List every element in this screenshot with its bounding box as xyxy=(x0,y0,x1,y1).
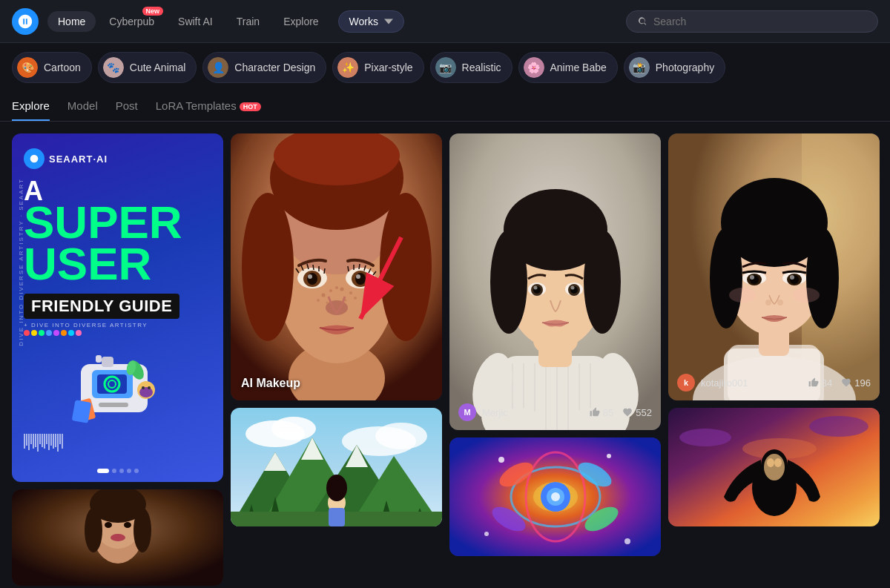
cat-thumb-cartoon: 🎨 xyxy=(17,57,38,78)
svg-point-25 xyxy=(111,534,125,541)
tabs-row: ExploreModelPostLoRA TemplatesHOT xyxy=(0,92,890,122)
guide-card[interactable]: SEAART·AI DIVE INTO DIVERSE ARTISTRY · S… xyxy=(12,133,223,482)
category-chip-anime-babe[interactable]: 🌸 Anime Babe xyxy=(518,52,618,83)
portrait-brown-card[interactable] xyxy=(12,489,223,586)
svg-point-114 xyxy=(498,457,504,463)
svg-point-41 xyxy=(356,274,360,279)
tab-post[interactable]: Post xyxy=(116,92,138,121)
svg-point-47 xyxy=(317,299,320,302)
pager-dot[interactable] xyxy=(112,469,116,473)
barcode-line xyxy=(37,434,39,452)
barcode-line xyxy=(50,434,52,446)
tab-lora[interactable]: LoRA TemplatesHOT xyxy=(156,92,261,121)
category-chip-photography[interactable]: 📸 Photography xyxy=(624,52,725,83)
guide-dot xyxy=(53,330,59,336)
cat-thumb-pixar-style: ✨ xyxy=(337,57,358,78)
barcode-line xyxy=(24,434,25,449)
category-chip-realistic[interactable]: 📷 Realistic xyxy=(430,52,512,83)
category-chip-cute-animal[interactable]: 🐾 Cute Animal xyxy=(98,52,197,83)
cat-label-cartoon: Cartoon xyxy=(44,62,81,73)
logo-icon[interactable] xyxy=(12,8,39,35)
thumbs-up-icon xyxy=(590,407,600,417)
tab-model[interactable]: Model xyxy=(67,92,98,121)
asian-card-info: k kotajiro001 34 196 xyxy=(677,374,871,392)
svg-point-36 xyxy=(307,273,317,285)
asian-portrait-card[interactable]: k kotajiro001 34 196 xyxy=(668,133,880,400)
col-2: AI Makeup xyxy=(231,133,442,586)
pager-dot[interactable] xyxy=(127,469,131,473)
barcode-line xyxy=(42,434,43,447)
svg-point-0 xyxy=(30,155,39,163)
sweater-avatar: M xyxy=(458,403,476,421)
ai-makeup-card[interactable]: AI Makeup xyxy=(231,133,442,400)
barcode-line xyxy=(26,434,27,446)
guide-dot xyxy=(31,330,37,336)
svg-point-51 xyxy=(335,286,338,289)
cat-thumb-anime-babe: 🌸 xyxy=(524,57,544,78)
svg-point-113 xyxy=(551,492,560,501)
sunset-portrait-card[interactable] xyxy=(668,408,880,526)
pager-dot[interactable] xyxy=(97,469,109,473)
home-nav-btn[interactable]: Home xyxy=(47,11,96,32)
svg-point-127 xyxy=(806,228,839,328)
svg-rect-73 xyxy=(329,508,345,526)
swift-ai-nav-btn[interactable]: Swift AI xyxy=(168,11,223,32)
sweater-card-info: M Merjic 85 552 xyxy=(458,403,652,421)
search-input[interactable] xyxy=(653,16,867,27)
svg-point-91 xyxy=(584,230,621,334)
barcode-line xyxy=(48,434,50,450)
sweater-stats: 85 552 xyxy=(590,407,652,418)
svg-point-24 xyxy=(124,522,131,528)
svg-point-90 xyxy=(490,230,527,334)
category-chip-cartoon[interactable]: 🎨 Cartoon xyxy=(12,52,92,83)
cyberpub-badge: New xyxy=(142,7,164,16)
cat-label-anime-babe: Anime Babe xyxy=(550,62,607,73)
cat-label-pixar-style: Pixar-style xyxy=(364,62,412,73)
guide-dot xyxy=(39,330,44,336)
barcode-line xyxy=(33,434,34,449)
category-chip-character-design[interactable]: 👤 Character Design xyxy=(202,52,326,83)
barcode-line xyxy=(30,434,32,444)
svg-point-21 xyxy=(85,508,102,552)
svg-point-99 xyxy=(571,286,575,290)
barcode-line xyxy=(39,434,41,444)
barcode-line xyxy=(44,434,45,449)
guide-label-friendly: FRIENDLY GUIDE xyxy=(24,294,179,319)
svg-point-117 xyxy=(624,538,630,544)
svg-point-72 xyxy=(326,475,347,501)
barcode-line xyxy=(53,434,54,449)
svg-point-40 xyxy=(355,273,366,285)
works-dropdown-btn[interactable]: Works xyxy=(338,10,404,33)
chevron-down-icon xyxy=(384,17,393,26)
main-grid: SEAART·AI DIVE INTO DIVERSE ARTISTRY · S… xyxy=(0,122,890,588)
portrait-sweater-card[interactable]: M Merjic 85 552 xyxy=(449,133,661,430)
barcode-line xyxy=(62,434,63,449)
svg-point-136 xyxy=(765,300,771,305)
cat-thumb-realistic: 📷 xyxy=(435,57,456,78)
guide-logo-icon xyxy=(24,148,44,169)
landscape-card[interactable] xyxy=(231,408,442,526)
search-bar xyxy=(626,10,878,33)
guide-logo-text: SEAART·AI xyxy=(49,153,108,165)
tab-explore[interactable]: Explore xyxy=(12,92,50,121)
svg-point-142 xyxy=(809,416,868,437)
guide-dot xyxy=(61,330,67,336)
pager-dot[interactable] xyxy=(134,469,139,473)
cat-label-character-design: Character Design xyxy=(234,62,315,73)
guide-label-super: SUPER xyxy=(24,202,182,243)
svg-point-100 xyxy=(533,326,578,356)
pager-dot[interactable] xyxy=(119,469,124,473)
svg-point-49 xyxy=(326,302,329,304)
svg-point-138 xyxy=(729,288,756,303)
asian-card-user: k kotajiro001 xyxy=(677,374,748,392)
cyberpub-nav-btn[interactable]: Cyberpub New xyxy=(99,11,165,32)
guide-dot xyxy=(68,330,74,336)
colorful-art-card[interactable] xyxy=(449,437,661,556)
col-3: M Merjic 85 552 xyxy=(449,133,661,586)
svg-point-58 xyxy=(375,423,427,449)
category-chip-pixar-style[interactable]: ✨ Pixar-style xyxy=(332,52,423,83)
train-nav-btn[interactable]: Train xyxy=(226,11,270,32)
asian-stats: 34 196 xyxy=(808,377,871,389)
explore-nav-btn[interactable]: Explore xyxy=(273,11,329,32)
svg-point-56 xyxy=(271,417,316,440)
